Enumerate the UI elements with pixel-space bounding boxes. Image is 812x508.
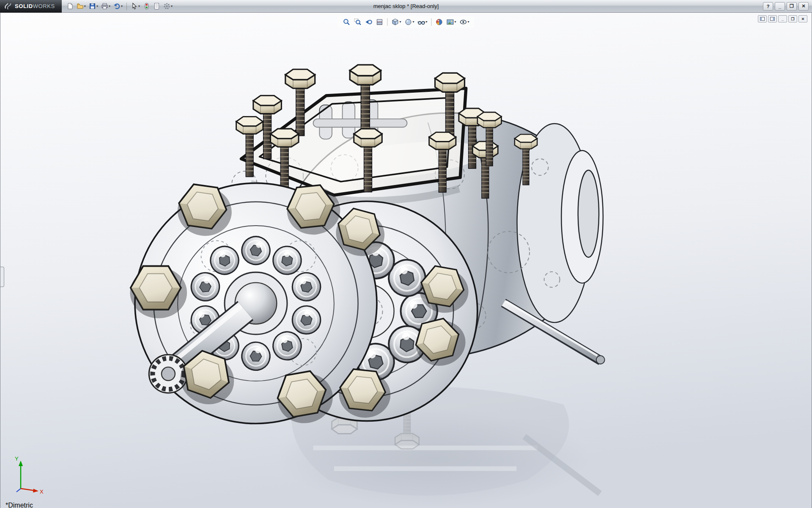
triad-x-axis — [21, 489, 35, 491]
graphics-viewport[interactable]: ▾ ▾ ▾ ▾ — [0, 13, 812, 508]
app-name: SOLIDWORKS — [15, 3, 55, 9]
quick-access-toolbar: ▾ ▾ ▾ ▾ ▾ — [62, 1, 177, 11]
window-controls: ? _ ❐ ✕ — [763, 2, 812, 11]
display-style-icon — [404, 18, 412, 26]
select-cursor-icon — [131, 3, 138, 10]
print-dropdown[interactable]: ▾ — [109, 5, 110, 8]
document-close-button[interactable]: ✕ — [798, 15, 807, 22]
previous-view-button[interactable] — [363, 17, 373, 27]
hide-show-items-button[interactable]: ▾ — [416, 17, 428, 27]
pane-split-left-icon — [760, 17, 765, 21]
close-button[interactable]: ✕ — [798, 2, 809, 11]
options-dropdown[interactable]: ▾ — [171, 5, 173, 8]
print-icon — [101, 3, 108, 10]
pane-split-right-icon — [770, 17, 775, 21]
heads-up-view-toolbar: ▾ ▾ ▾ ▾ — [337, 16, 474, 28]
toolbar-separator — [431, 18, 432, 26]
options-gear-icon — [163, 3, 170, 10]
triad-y-label: Y — [15, 456, 19, 462]
gearbox-3d-model — [0, 13, 812, 508]
select-dropdown[interactable]: ▾ — [138, 5, 140, 8]
file-properties-button[interactable] — [152, 1, 162, 11]
rebuild-button[interactable] — [142, 1, 151, 11]
new-document-icon — [66, 3, 74, 10]
solidworks-logo: SOLIDWORKS — [0, 0, 62, 13]
apply-scene-icon — [447, 18, 454, 26]
view-orientation-dropdown[interactable]: ▾ — [399, 20, 401, 24]
minimize-button[interactable]: _ — [775, 2, 785, 11]
zoom-to-area-icon — [354, 18, 361, 26]
triad-x-label: X — [40, 489, 44, 494]
toolbar-separator — [126, 3, 127, 10]
zoom-to-fit-button[interactable] — [341, 17, 351, 27]
save-dropdown[interactable]: ▾ — [96, 5, 98, 8]
view-orientation-cube-icon — [391, 18, 399, 26]
toolbar-separator — [387, 18, 387, 26]
rebuild-icon — [143, 3, 150, 10]
display-style-button[interactable]: ▾ — [403, 17, 415, 27]
options-button[interactable]: ▾ — [162, 1, 174, 11]
undo-button[interactable]: ▾ — [112, 1, 124, 11]
undo-dropdown[interactable]: ▾ — [121, 5, 123, 8]
titlebar: SOLIDWORKS ▾ ▾ ▾ — [0, 0, 812, 13]
pane-split-left-button[interactable] — [758, 15, 767, 22]
document-restore-button[interactable]: ❐ — [788, 15, 797, 22]
hide-show-dropdown[interactable]: ▾ — [425, 20, 427, 24]
open-dropdown[interactable]: ▾ — [84, 5, 86, 8]
document-minimize-button[interactable]: _ — [778, 15, 787, 22]
apply-scene-button[interactable]: ▾ — [445, 17, 458, 27]
triad-z-axis — [16, 489, 21, 492]
print-button[interactable]: ▾ — [100, 1, 112, 11]
restore-button[interactable]: ❐ — [787, 2, 797, 11]
edit-appearance-button[interactable] — [434, 17, 444, 27]
reference-triad: Y X — [11, 456, 46, 496]
view-settings-eye-icon — [460, 18, 467, 26]
hide-show-eyeglasses-icon — [417, 18, 425, 26]
save-button[interactable]: ▾ — [88, 1, 99, 11]
zoom-to-area-button[interactable] — [352, 17, 362, 27]
document-window-controls: _ ❐ ✕ — [758, 15, 807, 22]
section-view-button[interactable] — [374, 17, 384, 27]
open-icon — [77, 3, 84, 10]
undo-icon — [113, 3, 121, 10]
orientation-label: *Dimetric — [5, 502, 33, 508]
window-title: menjac sklop * [Read-only] — [373, 3, 439, 9]
open-button[interactable]: ▾ — [75, 1, 87, 11]
pane-split-right-button[interactable] — [768, 15, 777, 22]
view-orientation-button[interactable]: ▾ — [390, 17, 402, 27]
new-document-button[interactable] — [65, 1, 75, 11]
zoom-to-fit-icon — [343, 18, 350, 26]
edit-appearance-ball-icon — [436, 18, 443, 26]
select-button[interactable]: ▾ — [129, 1, 141, 11]
solidworks-logo-icon — [4, 3, 12, 10]
view-settings-dropdown[interactable]: ▾ — [468, 20, 469, 24]
file-properties-icon — [153, 3, 160, 10]
featuremanager-collapsed-tab[interactable] — [0, 267, 4, 287]
previous-view-icon — [365, 18, 372, 26]
view-settings-button[interactable]: ▾ — [458, 17, 471, 27]
display-style-dropdown[interactable]: ▾ — [412, 20, 414, 24]
help-button[interactable]: ? — [763, 2, 773, 11]
section-view-icon — [376, 18, 383, 26]
save-icon — [89, 3, 96, 10]
apply-scene-dropdown[interactable]: ▾ — [455, 20, 456, 24]
